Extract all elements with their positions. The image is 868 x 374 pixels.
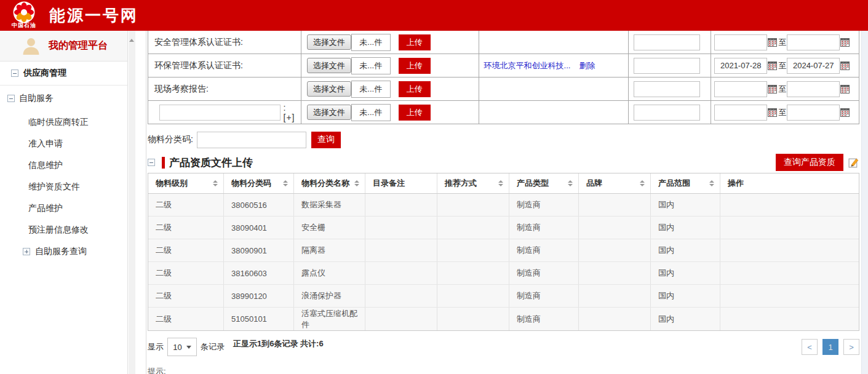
records-summary: 正显示1到6条记录 共计:6 <box>233 338 324 349</box>
calendar-icon[interactable] <box>768 108 777 117</box>
cell-material-code: 38060516 <box>224 194 294 216</box>
validity-range-cell: 至 <box>711 54 859 77</box>
table-row: 二级 38990120 浪涌保护器 制造商 国内 <box>148 285 859 308</box>
sidebar-item-label: 自助服务查询 <box>35 246 87 257</box>
minus-box-icon[interactable] <box>11 70 18 77</box>
cell-product-scope: 国内 <box>651 308 720 330</box>
cell-product-type: 制造商 <box>509 285 579 307</box>
calendar-icon[interactable] <box>768 85 777 94</box>
calendar-icon[interactable] <box>840 38 850 47</box>
sidebar-item-product-maintenance[interactable]: 产品维护 <box>0 197 127 219</box>
sidebar-item-preregistration-info-modify[interactable]: 预注册信息修改 <box>0 219 127 241</box>
cert-number-input[interactable] <box>634 34 700 50</box>
calendar-icon[interactable] <box>840 62 850 70</box>
page-scrollbar[interactable] <box>861 31 868 374</box>
sort-icon[interactable] <box>354 180 359 186</box>
plus-box-icon[interactable] <box>23 248 30 255</box>
column-header-brand[interactable]: 品牌 <box>579 173 651 193</box>
minus-box-icon[interactable] <box>7 95 15 102</box>
table-row: 二级 38060516 数据采集器 制造商 国内 <box>148 194 859 217</box>
section-title: 产品资质文件上传 <box>169 156 253 170</box>
calendar-icon[interactable] <box>840 108 850 117</box>
logo-caption: 中国石油 <box>5 22 43 30</box>
upload-button[interactable]: 上传 <box>399 105 431 121</box>
cell-material-code: 38090401 <box>224 217 294 239</box>
sidebar-item-label: 自助服务 <box>19 93 54 104</box>
petrochina-logo-icon <box>12 1 36 23</box>
sort-icon[interactable] <box>568 180 573 186</box>
sidebar-item-admission-application[interactable]: 准入申请 <box>0 133 127 154</box>
sort-icon[interactable] <box>498 180 503 186</box>
choose-file-button[interactable]: 选择文件 <box>307 34 351 50</box>
choose-file-button[interactable]: 选择文件 <box>307 81 351 97</box>
custom-cert-name-input[interactable] <box>159 105 281 121</box>
range-separator: 至 <box>778 84 786 95</box>
valid-to-input[interactable] <box>787 105 840 121</box>
column-header-material-level[interactable]: 物料级别 <box>148 173 224 193</box>
sidebar-scrollbar[interactable] <box>129 31 135 374</box>
sidebar-item-temp-supplier-regularization[interactable]: 临时供应商转正 <box>0 111 127 133</box>
table-header-row: 物料级别 物料分类码 物料分类名称 目录备注 推荐方式 产品类型 品牌 产品范围 <box>148 173 859 194</box>
sidebar-item-info-maintenance[interactable]: 信息维护 <box>0 154 127 176</box>
column-header-product-type[interactable]: 产品类型 <box>509 173 579 193</box>
cell-catalog-remark <box>365 239 437 261</box>
cell-catalog-remark <box>365 217 437 239</box>
sidebar-item-qualification-file-maintenance[interactable]: 维护资质文件 <box>0 176 127 197</box>
column-label: 操作 <box>728 178 744 189</box>
cert-number-input[interactable] <box>634 105 700 121</box>
cert-number-input[interactable] <box>634 58 700 74</box>
column-header-product-scope[interactable]: 产品范围 <box>651 173 720 193</box>
sidebar-item-supplier-management[interactable]: 供应商管理 <box>0 62 127 86</box>
valid-to-input[interactable] <box>787 81 840 97</box>
valid-from-input[interactable] <box>714 34 767 50</box>
choose-file-button[interactable]: 选择文件 <box>307 58 351 73</box>
material-code-search: 物料分类码: 查询 <box>148 130 341 149</box>
sidebar-item-self-service-query[interactable]: 自助服务查询 <box>0 241 127 262</box>
column-header-recommend-method[interactable]: 推荐方式 <box>437 173 509 193</box>
column-header-material-code[interactable]: 物料分类码 <box>224 173 294 193</box>
delete-file-link[interactable]: 删除 <box>579 60 595 71</box>
edit-note-icon[interactable] <box>848 157 859 168</box>
cell-recommend-method <box>437 285 509 307</box>
sort-icon[interactable] <box>213 180 218 186</box>
valid-to-input[interactable] <box>787 58 840 74</box>
upload-button[interactable]: 上传 <box>399 58 431 74</box>
upload-button[interactable]: 上传 <box>399 34 431 50</box>
column-label: 物料分类名称 <box>301 178 349 189</box>
choose-file-button[interactable]: 选择文件 <box>307 105 351 120</box>
cell-material-name: 露点仪 <box>294 262 365 284</box>
query-product-qualification-button[interactable]: 查询产品资质 <box>776 154 843 171</box>
scroll-up-arrow-icon[interactable] <box>129 39 134 42</box>
page-size-select[interactable]: 10 <box>167 338 197 356</box>
material-code-input[interactable] <box>197 132 306 148</box>
sort-icon[interactable] <box>283 180 288 186</box>
upload-button[interactable]: 上传 <box>399 81 431 97</box>
prev-page-button[interactable]: < <box>802 339 818 355</box>
collapse-section-icon[interactable] <box>148 159 155 166</box>
next-page-button[interactable]: > <box>843 339 859 355</box>
calendar-icon[interactable] <box>768 62 777 70</box>
row-label: 安全管理体系认证证书: <box>148 31 301 54</box>
calendar-icon[interactable] <box>768 38 777 47</box>
range-separator: 至 <box>778 60 786 71</box>
uploaded-file-link[interactable]: 环境北京平和创业科技... <box>484 60 571 71</box>
column-header-material-name[interactable]: 物料分类名称 <box>294 173 365 193</box>
add-row-control[interactable]: : [+] <box>284 103 301 122</box>
cell-catalog-remark <box>365 262 437 284</box>
cert-number-input[interactable] <box>634 81 700 97</box>
calendar-icon[interactable] <box>840 85 850 94</box>
platform-header: 我的管理平台 <box>0 31 127 62</box>
query-button[interactable]: 查询 <box>311 132 341 148</box>
page-1-button[interactable]: 1 <box>822 339 838 355</box>
valid-to-input[interactable] <box>787 34 840 50</box>
sort-icon[interactable] <box>709 180 714 186</box>
cell-recommend-method <box>437 194 509 216</box>
sort-icon[interactable] <box>640 180 645 186</box>
sidebar-item-self-service[interactable]: 自助服务 <box>0 86 127 111</box>
valid-from-input[interactable] <box>714 105 767 121</box>
table-row: 二级 38090401 安全栅 制造商 国内 <box>148 217 859 239</box>
table-footer: 显示 10 条记录 正显示1到6条记录 共计:6 < 1 > <box>148 337 859 357</box>
valid-from-input[interactable] <box>714 58 767 74</box>
valid-from-input[interactable] <box>714 81 767 97</box>
cell-brand <box>579 194 651 216</box>
